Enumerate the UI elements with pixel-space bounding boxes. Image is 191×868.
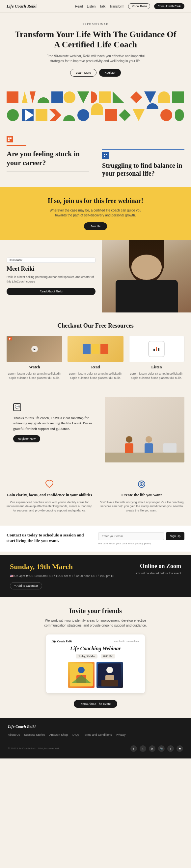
- instagram-icon[interactable]: 📷: [158, 745, 165, 752]
- flyer-illustration-1: [68, 662, 94, 688]
- svg-point-32: [78, 667, 85, 673]
- nav-link-talk[interactable]: Talk: [100, 5, 105, 8]
- email-title: Contact us today to schedule a session a…: [7, 532, 93, 544]
- flyer-card: Life Coach Reiki coachreiki.com/webinar …: [46, 634, 145, 693]
- footer-bottom: © 2023 Life Coach Reiki. All rights rese…: [8, 742, 183, 752]
- testimonial-content: 💬 Thanks to this life coach, I have a cl…: [7, 397, 100, 449]
- meet-description: Reiki is a best-selling parenting author…: [7, 275, 96, 284]
- question-left: Are you feeling stuck in your career?: [7, 136, 96, 172]
- resources-title: Checkout Our Free Resources: [7, 322, 184, 329]
- join-us-button[interactable]: Join Us: [84, 222, 107, 230]
- testimonial-photo: [105, 397, 184, 462]
- footer-logo: Life Coach Reiki: [8, 724, 35, 729]
- hero-badge: Free Webinar: [13, 23, 178, 26]
- svg-point-20: [160, 109, 172, 121]
- pinterest-icon[interactable]: p: [167, 745, 174, 752]
- listen-thumbnail: [129, 336, 184, 362]
- benefits-section: Gain clarity, focus, and confidence in y…: [0, 469, 191, 523]
- flyer-logo: Life Coach Reiki: [51, 640, 72, 643]
- svg-rect-24: [8, 140, 9, 141]
- svg-point-36: [106, 667, 113, 673]
- read-description: Lorem ipsum dolor sit amet in sollicitud…: [67, 372, 123, 380]
- consult-button[interactable]: Consult with Reiki: [154, 3, 184, 9]
- hero-section: Free Webinar Transform Your Life With Th…: [0, 13, 191, 87]
- footer-link-faqs[interactable]: FAQs: [72, 733, 79, 737]
- footer-link-about[interactable]: About Us: [8, 733, 20, 737]
- geometric-art: [3, 88, 188, 124]
- learn-more-button[interactable]: Learn More: [70, 69, 97, 76]
- know-reiki-button[interactable]: Know Reiki: [128, 3, 150, 9]
- star-icon[interactable]: ★: [176, 745, 183, 752]
- footer-link-stories[interactable]: Success Stories: [24, 733, 46, 737]
- footer-link-terms[interactable]: Terms and Conditions: [83, 733, 112, 737]
- right-icon: [102, 152, 109, 159]
- svg-point-4: [63, 91, 75, 103]
- heart-icon: [44, 479, 55, 489]
- email-form-area: Sign Up We care about your data in our p…: [98, 532, 184, 545]
- svg-rect-14: [35, 109, 48, 121]
- svg-marker-18: [119, 109, 131, 121]
- navigation: Life Coach Reiki Read Listen Talk Transf…: [0, 0, 191, 13]
- resource-listen: Listen Lorem ipsum dolor sit amet in sol…: [129, 336, 184, 380]
- read-about-button[interactable]: Read About Reiki: [7, 288, 96, 295]
- hero-description: Free 90-minute webinar, Reiki will teach…: [43, 54, 148, 63]
- svg-rect-6: [99, 91, 111, 103]
- invite-title: Invite your friends: [13, 607, 178, 615]
- geometric-banner: [0, 87, 191, 126]
- event-platform-note: Link will be shared before the event: [134, 572, 181, 575]
- svg-point-30: [141, 484, 142, 485]
- hero-buttons: Learn More Register: [13, 69, 178, 76]
- footer-social: f t in 📷 p ★: [130, 745, 183, 752]
- nav-logo: Life Coach Reiki: [7, 4, 36, 9]
- resource-read: Read Lorem ipsum dolor sit amet in solli…: [67, 336, 123, 380]
- register-button[interactable]: Register: [99, 69, 121, 76]
- add-calendar-button[interactable]: + Add to Calendar: [10, 582, 42, 589]
- signup-button[interactable]: Sign Up: [166, 532, 184, 540]
- nav-link-listen[interactable]: Listen: [87, 5, 96, 8]
- nav-link-transform[interactable]: Transform: [109, 5, 124, 8]
- twitter-icon[interactable]: t: [140, 745, 146, 752]
- presenter-badge: Presenter: [7, 257, 96, 263]
- nav-link-read[interactable]: Read: [75, 5, 83, 8]
- know-event-button[interactable]: Know About The Event: [74, 700, 117, 708]
- testimonial-section: 💬 Thanks to this life coach, I have a cl…: [0, 390, 191, 469]
- email-input[interactable]: [98, 532, 164, 540]
- read-title: Read: [67, 365, 123, 370]
- watch-title: Watch: [7, 365, 62, 370]
- meet-title: Meet Reiki: [7, 266, 96, 272]
- listen-title: Listen: [129, 365, 184, 370]
- footer-top: Life Coach Reiki: [8, 724, 183, 729]
- resources-grid: ▶ ▶ Watch Lorem ipsum dolor sit amet in …: [7, 336, 184, 380]
- left-divider: [7, 145, 26, 146]
- svg-rect-21: [175, 109, 184, 121]
- event-date-info: Sunday, 19th March 🇺🇸 UK 4pm ☛ US 10:00 …: [10, 563, 115, 589]
- target-icon: [136, 479, 147, 489]
- meet-photo: [102, 240, 191, 312]
- footer-link-amazon[interactable]: Amazon Shop: [49, 733, 68, 737]
- flyer-time-badge: 8:00 PM: [101, 654, 115, 658]
- benefit-clarity-desc: Our experienced coaches work with you to…: [7, 500, 92, 513]
- question-left-text: Are you feeling stuck in your career?: [7, 150, 89, 167]
- webinar-description: Wherever the case may be, a certified li…: [46, 208, 145, 218]
- nav-links: Read Listen Talk Transform Know Reiki Co…: [75, 3, 184, 9]
- footer-link-privacy[interactable]: Privacy: [116, 733, 126, 737]
- listen-description: Lorem ipsum dolor sit amet in sollicitud…: [129, 372, 184, 380]
- svg-marker-8: [130, 91, 142, 103]
- watch-description: Lorem ipsum dolor sit amet in sollicitud…: [7, 372, 62, 380]
- linkedin-icon[interactable]: in: [149, 745, 156, 752]
- webinar-banner: If so, join us for this free webinar! Wh…: [0, 187, 191, 240]
- register-now-button[interactable]: Register Now: [13, 435, 40, 442]
- svg-marker-15: [49, 109, 61, 121]
- facebook-icon[interactable]: f: [130, 745, 137, 752]
- svg-rect-22: [8, 137, 9, 139]
- svg-rect-3: [51, 91, 63, 103]
- flyer-illustration-2: [97, 662, 123, 688]
- svg-rect-10: [172, 91, 184, 103]
- svg-marker-9: [144, 91, 156, 103]
- event-platform-info: Online on Zoom Link will be shared befor…: [134, 563, 181, 575]
- read-thumbnail: [67, 336, 123, 362]
- svg-rect-25: [104, 154, 105, 155]
- invite-section: Invite your friends We work with you to …: [0, 597, 191, 718]
- svg-rect-0: [7, 91, 19, 103]
- benefit-clarity-title: Gain clarity, focus, and confidence in y…: [7, 493, 92, 498]
